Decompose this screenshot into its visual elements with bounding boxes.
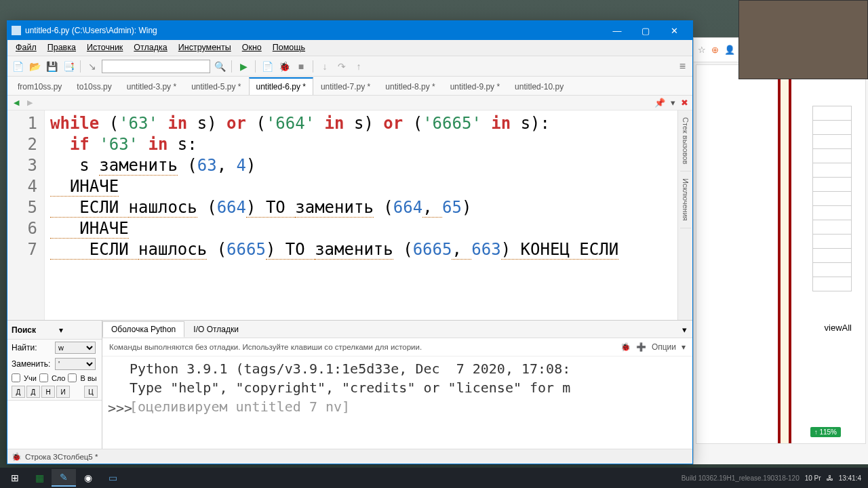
bottom-panel: Поиск ▾ Найти: w Заменить: ' Учи Сло В в…: [7, 320, 692, 449]
tab-untitled6[interactable]: untitled-6.py *: [249, 77, 313, 95]
build-info: Build 10362.19H1_release.190318-120: [682, 474, 800, 482]
step-out-icon[interactable]: ↑: [351, 59, 366, 74]
maximize-button[interactable]: ▢: [631, 21, 660, 40]
shell-dropdown-icon[interactable]: ▾: [677, 322, 692, 338]
cb-sel[interactable]: [68, 373, 77, 382]
chevron-down-icon[interactable]: ▾: [671, 98, 675, 108]
profile-icon[interactable]: 👤: [724, 45, 735, 55]
task-wing[interactable]: ✎: [52, 469, 76, 487]
file-tabs: from10ss.py to10ss.py untitled-3.py * un…: [7, 77, 692, 96]
task-video[interactable]: ▭: [100, 469, 125, 487]
view-all-link[interactable]: viewAll: [825, 323, 852, 333]
tab-untitled7[interactable]: untitled-7.py *: [313, 78, 378, 95]
shell-tab-python[interactable]: Оболочка Python: [102, 321, 184, 338]
nav-back-icon[interactable]: ◀: [12, 98, 21, 108]
tab-untitled9[interactable]: untitled-9.py *: [443, 78, 507, 95]
task-excel[interactable]: ▦: [27, 469, 52, 487]
browser-window-partial: ☆ ⊕ 👤 viewAll ↑ 115%: [693, 37, 868, 464]
taskbar: ⊞ ▦ ✎ ◉ ▭ Build 10362.19H1_release.19031…: [0, 468, 868, 488]
editor-area: 123 456 7 while ('63' in s) or ('664' in…: [7, 110, 692, 320]
search-icon[interactable]: 🔍: [212, 59, 227, 74]
step-over-icon[interactable]: ↷: [334, 59, 349, 74]
search-btn-4[interactable]: Ц: [84, 386, 98, 398]
tab-untitled3[interactable]: untitled-3.py *: [119, 78, 184, 95]
menu-debug[interactable]: Отладка: [128, 41, 172, 54]
menu-file[interactable]: Файл: [10, 41, 42, 54]
menubar: Файл Правка Источник Отладка Инструменты…: [7, 40, 692, 56]
task-chrome[interactable]: ◉: [76, 469, 100, 487]
stop-icon[interactable]: ■: [294, 59, 309, 74]
cb-word[interactable]: [39, 373, 48, 382]
save-all-icon[interactable]: 📑: [61, 59, 76, 74]
menu-window[interactable]: Окно: [237, 41, 267, 54]
cb-case[interactable]: [12, 373, 20, 382]
new-file-icon[interactable]: 📄: [10, 59, 25, 74]
menu-tools[interactable]: Инструменты: [173, 41, 237, 54]
options-label[interactable]: Опции: [652, 342, 676, 352]
win-ver: 10 Pr: [805, 474, 821, 482]
tab-untitled10[interactable]: untitled-10.py: [507, 78, 571, 95]
save-icon[interactable]: 💾: [44, 59, 59, 74]
tab-to10ss[interactable]: to10ss.py: [69, 78, 119, 95]
find-label: Найти:: [12, 343, 52, 352]
debug-file-icon[interactable]: 📄: [260, 59, 275, 74]
code-editor[interactable]: while ('63' in s) or ('664' in s) or ('6…: [45, 110, 692, 320]
menu-edit[interactable]: Правка: [42, 41, 81, 54]
search-title: Поиск: [12, 325, 56, 335]
bug-icon[interactable]: 🐞: [277, 59, 292, 74]
search-btn-2[interactable]: Н: [41, 386, 55, 398]
titlebar[interactable]: untitled-6.py (C:\Users\Admin): Wing — ▢…: [7, 21, 692, 40]
webcam-overlay: [738, 0, 868, 79]
hamburger-icon[interactable]: ≡: [675, 60, 690, 73]
replace-input[interactable]: ': [55, 358, 96, 370]
extension-icon[interactable]: ⊕: [711, 45, 719, 55]
shell-tab-io[interactable]: I/O Отладки: [184, 321, 248, 338]
clock[interactable]: 13:41:4: [839, 474, 861, 482]
close-editor-icon[interactable]: ✖: [681, 98, 688, 108]
cursor-position: Строка 3Столбец5 *: [25, 453, 98, 461]
zoom-badge[interactable]: ↑ 115%: [810, 427, 841, 437]
status-bug-icon[interactable]: 🐞: [12, 452, 21, 462]
start-button[interactable]: ⊞: [3, 469, 27, 487]
tab-untitled5[interactable]: untitled-5.py *: [184, 78, 248, 95]
search-btn-0[interactable]: Д: [12, 386, 25, 398]
options-dropdown-icon[interactable]: ▾: [682, 342, 686, 352]
open-file-icon[interactable]: 📂: [27, 59, 42, 74]
dropdown-icon[interactable]: ▾: [59, 325, 63, 335]
menu-source[interactable]: Источник: [81, 41, 128, 54]
pin-icon[interactable]: 📌: [654, 98, 665, 108]
plus-icon[interactable]: ➕: [636, 342, 646, 352]
close-button[interactable]: ✕: [660, 21, 688, 40]
bug-small-icon[interactable]: 🐞: [620, 342, 631, 352]
callstack-tab[interactable]: Стек вызовов: [680, 110, 691, 171]
editor-nav: ◀ ▶ 📌 ▾ ✖: [7, 96, 692, 110]
star-icon[interactable]: ☆: [698, 45, 706, 55]
tab-untitled8[interactable]: untitled-8.py *: [378, 78, 442, 95]
menu-help[interactable]: Помощь: [267, 41, 311, 54]
shell-hint: Команды выполняются без отладки. Использ…: [109, 343, 422, 351]
window-title: untitled-6.py (C:\Users\Admin): Wing: [25, 26, 603, 35]
replace-label: Заменить:: [12, 359, 52, 369]
statusbar: 🐞 Строка 3Столбец5 *: [7, 449, 692, 464]
minimize-button[interactable]: —: [603, 21, 631, 40]
search-btn-3[interactable]: И: [56, 386, 70, 398]
tab-from10ss[interactable]: from10ss.py: [10, 78, 69, 95]
toolbar: 📄 📂 💾 📑 ↘ 🔍 ▶ 📄 🐞 ■ ↓ ↷ ↑ ≡: [7, 56, 692, 77]
shell-output[interactable]: >>>Python 3.9.1 (tags/v3.9.1:1e5d33e, De…: [102, 357, 692, 449]
search-btn-1[interactable]: Д: [26, 386, 40, 398]
nav-fwd-icon[interactable]: ▶: [25, 98, 35, 108]
spreadsheet-cells: [812, 106, 852, 291]
line-gutter: 123 456 7: [7, 110, 45, 320]
search-panel: Поиск ▾ Найти: w Заменить: ' Учи Сло В в…: [7, 321, 102, 449]
shell-panel: Оболочка Python I/O Отладки ▾ Команды вы…: [102, 321, 692, 449]
net-icon[interactable]: 🖧: [827, 474, 833, 482]
run-icon[interactable]: ▶: [236, 59, 251, 74]
ide-window: untitled-6.py (C:\Users\Admin): Wing — ▢…: [7, 20, 693, 464]
step-into-icon[interactable]: ↓: [317, 59, 332, 74]
app-icon: [12, 26, 21, 35]
goto-input[interactable]: [102, 60, 210, 73]
exceptions-tab[interactable]: Исключения: [680, 171, 691, 228]
side-panels: Стек вызовов Исключения: [677, 110, 692, 320]
goto-icon[interactable]: ↘: [85, 59, 100, 74]
find-input[interactable]: w: [55, 342, 96, 354]
